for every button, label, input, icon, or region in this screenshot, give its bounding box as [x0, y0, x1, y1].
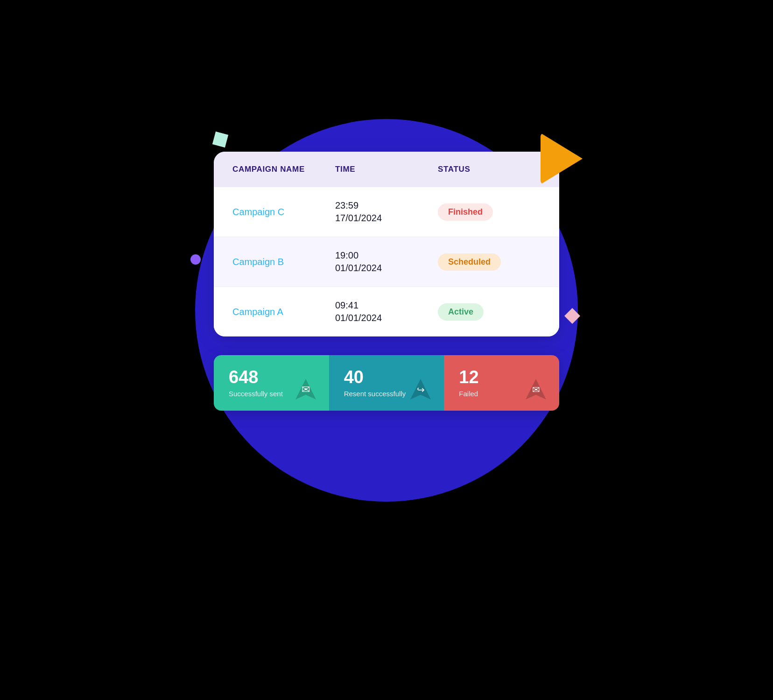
email-resent-icon: ↪ [408, 377, 433, 401]
table-row: Campaign C 23:59 17/01/2024 Finished [214, 187, 559, 237]
campaign-name: Campaign A [232, 307, 335, 317]
col-header-campaign: CAMPAIGN NAME [232, 165, 335, 174]
deco-square [212, 132, 228, 147]
email-sent-icon: ✉ [294, 377, 318, 401]
stat-card-failed: 12 Failed ✉ [444, 355, 559, 411]
status-label: Scheduled [438, 253, 501, 271]
status-label: Finished [438, 203, 493, 221]
date-value: 17/01/2024 [335, 213, 438, 224]
table-header: CAMPAIGN NAME TIME STATUS [214, 152, 559, 187]
play-triangle-icon [541, 133, 583, 184]
email-failed-icon: ✉ [524, 377, 548, 401]
stats-bar: 648 Successfully sent ✉ 40 Resent succes… [214, 355, 559, 411]
deco-circle [190, 254, 201, 265]
time-value: 09:41 [335, 300, 438, 311]
svg-text:✉: ✉ [532, 385, 540, 395]
time-cell: 09:41 01/01/2024 [335, 300, 438, 323]
col-header-time: TIME [335, 165, 438, 174]
stat-card-resent: 40 Resent successfully ↪ [329, 355, 444, 411]
stat-card-sent: 648 Successfully sent ✉ [214, 355, 329, 411]
table-row: Campaign B 19:00 01/01/2024 Scheduled [214, 237, 559, 287]
time-cell: 23:59 17/01/2024 [335, 200, 438, 224]
status-label: Active [438, 303, 484, 321]
date-value: 01/01/2024 [335, 313, 438, 323]
table-row: Campaign A 09:41 01/01/2024 Active [214, 287, 559, 336]
date-value: 01/01/2024 [335, 263, 438, 273]
status-badge: Scheduled [438, 253, 541, 271]
status-badge: Active [438, 303, 541, 321]
campaign-name: Campaign C [232, 207, 335, 217]
col-header-status: STATUS [438, 165, 541, 174]
status-badge: Finished [438, 203, 541, 221]
campaign-name: Campaign B [232, 257, 335, 267]
main-scene: CAMPAIGN NAME TIME STATUS Campaign C 23:… [176, 105, 597, 595]
svg-text:✉: ✉ [302, 384, 310, 395]
campaign-table-card: CAMPAIGN NAME TIME STATUS Campaign C 23:… [214, 152, 559, 336]
time-value: 23:59 [335, 200, 438, 211]
svg-text:↪: ↪ [417, 385, 425, 395]
time-value: 19:00 [335, 250, 438, 261]
time-cell: 19:00 01/01/2024 [335, 250, 438, 273]
